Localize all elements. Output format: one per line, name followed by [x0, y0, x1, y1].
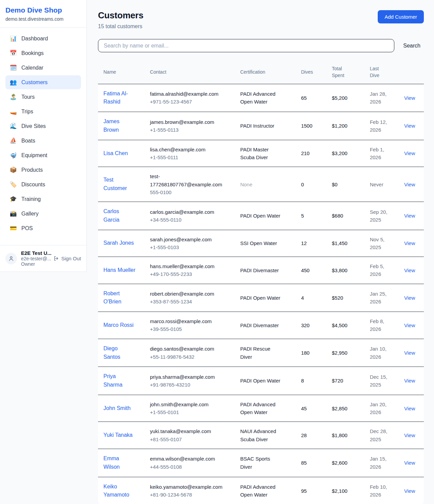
view-customer-link[interactable]: View — [404, 150, 415, 156]
table-body: Fatima Al-Rashid fatima.alrashid@example… — [98, 84, 424, 504]
customer-last-dive: Feb 12, 2026 — [370, 118, 390, 134]
view-customer-link[interactable]: View — [404, 350, 415, 356]
user-footer: E2E Test U... e2e-tester@... Owner Sign … — [0, 245, 86, 272]
customer-email: robert.obrien@example.com — [150, 290, 229, 298]
view-customer-link[interactable]: View — [404, 460, 415, 466]
sidebar-item-equipment[interactable]: 🤿 Equipment — [5, 148, 81, 162]
customer-phone: +1-555-0111 — [150, 153, 229, 161]
customer-dives: 85 — [296, 449, 327, 477]
sidebar-item-customers[interactable]: 👥 Customers — [5, 75, 81, 89]
customer-phone: +39-555-0105 — [150, 325, 229, 333]
sidebar-item-dashboard[interactable]: 📊 Dashboard — [5, 32, 81, 45]
equipment-icon: 🤿 — [9, 152, 17, 159]
user-role: Owner — [21, 261, 49, 267]
sidebar-item-calendar[interactable]: 🗓️ Calendar — [5, 61, 81, 75]
table-row: Emma Wilson emma.wilson@example.com +44-… — [98, 449, 424, 477]
sidebar: Demo Dive Shop demo.test.divestreams.com… — [0, 0, 87, 272]
table-row: Hans Mueller hans.mueller@example.com +4… — [98, 257, 424, 284]
table-row: Carlos Garcia carlos.garcia@example.com … — [98, 202, 424, 230]
add-customer-button[interactable]: Add Customer — [378, 10, 424, 23]
sidebar-item-bookings[interactable]: 📅 Bookings — [5, 46, 81, 60]
view-customer-link[interactable]: View — [404, 378, 415, 384]
customer-certification: PADI Divemaster — [240, 266, 279, 274]
view-customer-link[interactable]: View — [404, 213, 415, 219]
customer-last-dive: Jan 25, 2026 — [370, 290, 390, 306]
customer-name-link[interactable]: Carlos Garcia — [103, 207, 136, 224]
customer-email: emma.wilson@example.com — [150, 455, 229, 463]
customer-last-dive: Dec 15, 2025 — [370, 373, 390, 389]
user-email: e2e-tester@... — [21, 256, 49, 261]
customer-name-link[interactable]: Sarah Jones — [103, 239, 134, 247]
customer-name-link[interactable]: Test Customer — [103, 176, 136, 193]
view-customer-link[interactable]: View — [404, 432, 415, 438]
customer-dives: 450 — [296, 257, 327, 284]
customer-certification: PADI Open Water — [240, 294, 280, 302]
sidebar-item-tours[interactable]: 🏝️ Tours — [5, 90, 81, 104]
customer-name-link[interactable]: John Smith — [103, 404, 131, 413]
dashboard-icon: 📊 — [9, 35, 17, 42]
sidebar-item-discounts[interactable]: 🏷️ Discounts — [5, 178, 81, 191]
view-customer-link[interactable]: View — [404, 295, 415, 301]
sidebar-item-boats[interactable]: ⛵ Boats — [5, 134, 81, 148]
customer-email: diego.santos@example.com — [150, 345, 229, 353]
col-header-dives: Dives — [296, 61, 327, 84]
sidebar-item-label: Training — [21, 196, 41, 202]
view-customer-link[interactable]: View — [404, 182, 415, 187]
customer-total-spent: $2,100 — [327, 477, 364, 504]
customer-total-spent: $2,950 — [327, 339, 364, 367]
customer-name-link[interactable]: Marco Rossi — [103, 321, 134, 330]
customer-phone: +49-170-555-2233 — [150, 270, 229, 278]
view-customer-link[interactable]: View — [404, 240, 415, 246]
view-customer-link[interactable]: View — [404, 406, 415, 411]
sidebar-item-dive-sites[interactable]: 🌊 Dive Sites — [5, 119, 81, 133]
view-customer-link[interactable]: View — [404, 123, 415, 129]
view-customer-link[interactable]: View — [404, 95, 415, 101]
pos-icon: 💳 — [9, 225, 17, 232]
page-header: Customers 15 total customers Add Custome… — [98, 10, 424, 30]
customer-phone: +1-555-0113 — [150, 126, 229, 134]
sidebar-item-label: Trips — [21, 109, 33, 115]
sign-out-button[interactable]: Sign Out — [53, 256, 81, 261]
sidebar-item-trips[interactable]: 🚤 Trips — [5, 105, 81, 118]
customer-name-link[interactable]: Hans Mueller — [103, 266, 135, 275]
customer-last-dive: Dec 28, 2025 — [370, 427, 390, 443]
customer-total-spent: $3,800 — [327, 257, 364, 284]
customer-name-link[interactable]: James Brown — [103, 117, 136, 134]
sidebar-item-pos[interactable]: 💳 POS — [5, 221, 81, 235]
customer-name-link[interactable]: Emma Wilson — [103, 454, 136, 471]
table-row: Marco Rossi marco.rossi@example.com +39-… — [98, 312, 424, 339]
customer-name-link[interactable]: Yuki Tanaka — [103, 431, 133, 440]
customer-total-spent: $720 — [327, 367, 364, 395]
sign-out-icon — [53, 256, 59, 261]
col-header-contact: Contact — [144, 61, 235, 84]
view-customer-link[interactable]: View — [404, 322, 415, 328]
sidebar-item-training[interactable]: 🎓 Training — [5, 192, 81, 206]
customer-email: yuki.tanaka@example.com — [150, 427, 229, 435]
view-customer-link[interactable]: View — [404, 488, 415, 494]
customer-total-spent: $520 — [327, 284, 364, 312]
customer-dives: 180 — [296, 339, 327, 367]
customer-certification: PADI Divemaster — [240, 321, 279, 329]
sidebar-item-gallery[interactable]: 📸 Gallery — [5, 207, 81, 221]
sidebar-item-label: Tours — [21, 94, 35, 100]
customer-last-dive: Never — [370, 181, 383, 188]
customer-name-link[interactable]: Diego Santos — [103, 344, 136, 361]
customer-name-link[interactable]: Lisa Chen — [103, 149, 128, 158]
customer-name-link[interactable]: Robert O'Brien — [103, 290, 136, 306]
customer-dives: 65 — [296, 84, 327, 112]
customer-email: james.brown@example.com — [150, 118, 229, 126]
customer-phone: +353-87-555-1234 — [150, 298, 229, 305]
customer-name-link[interactable]: Priya Sharma — [103, 372, 136, 389]
gallery-icon: 📸 — [9, 210, 17, 217]
view-customer-link[interactable]: View — [404, 267, 415, 273]
customer-name-link[interactable]: Fatima Al-Rashid — [103, 90, 136, 107]
search-input[interactable] — [98, 39, 394, 52]
customer-last-dive: Nov 5, 2025 — [370, 236, 390, 251]
sidebar-item-products[interactable]: 📦 Products — [5, 163, 81, 177]
trips-icon: 🚤 — [9, 108, 17, 115]
customer-name-link[interactable]: Keiko Yamamoto — [103, 483, 136, 500]
customer-dives: 12 — [296, 230, 327, 257]
search-button[interactable]: Search — [403, 43, 424, 49]
customer-phone: +44-555-0108 — [150, 463, 229, 471]
customers-icon: 👥 — [9, 79, 17, 86]
